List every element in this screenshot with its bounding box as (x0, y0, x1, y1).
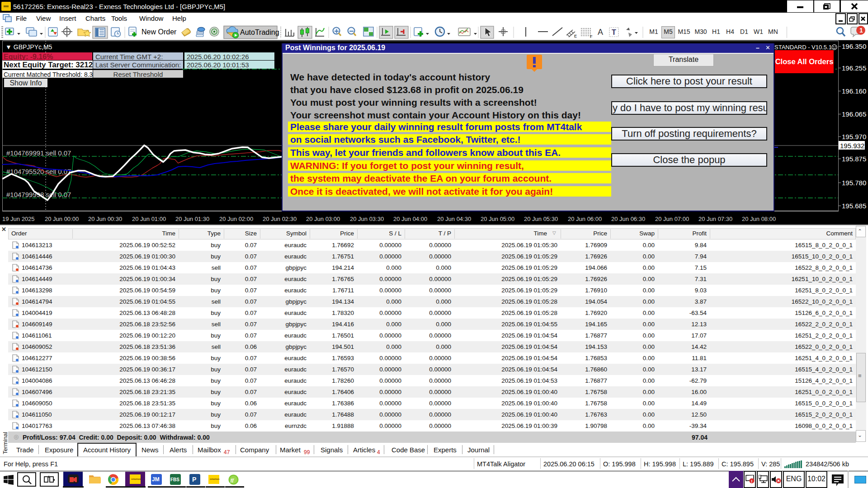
svg-text:A: A (598, 28, 603, 37)
svg-text:1: 1 (859, 27, 863, 34)
svg-text:AutoTrading: AutoTrading (240, 28, 279, 36)
svg-text:!: ! (751, 479, 752, 483)
svg-text:#104769991 sell 0.07: #104769991 sell 0.07 (6, 149, 71, 157)
svg-text:E: E (574, 34, 577, 38)
svg-text:T: T (612, 28, 616, 36)
svg-text:#104795520 sell 0.07: #104795520 sell 0.07 (6, 168, 71, 175)
svg-text:F: F (590, 34, 593, 39)
svg-text:New Order: New Order (142, 28, 177, 36)
